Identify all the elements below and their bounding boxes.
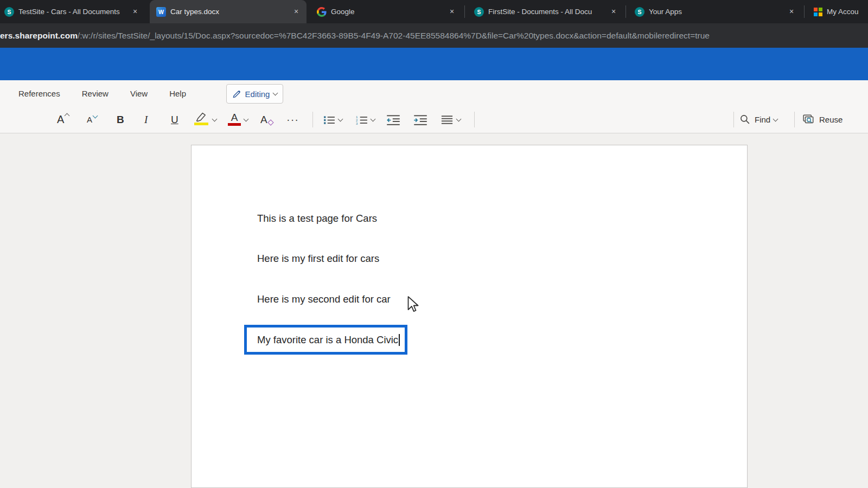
paragraph[interactable]: Here is my second edit for car xyxy=(257,293,391,305)
increase-indent-button[interactable] xyxy=(413,106,427,133)
chevron-down-icon xyxy=(273,91,278,96)
ribbon-menu-bar: References Review View Help xyxy=(0,80,868,106)
sharepoint-icon: S xyxy=(4,7,14,17)
editing-mode-button[interactable]: Editing xyxy=(226,84,283,104)
highlight-color-button[interactable] xyxy=(194,106,216,133)
search-icon xyxy=(740,114,750,125)
tab-car-types-docx[interactable]: W Car types.docx × xyxy=(150,0,307,23)
word-icon: W xyxy=(156,7,166,17)
office-header: Search (Alt + Q) xyxy=(0,48,868,80)
mouse-cursor xyxy=(406,296,420,314)
tab-google[interactable]: Google × xyxy=(310,0,462,23)
tab-title: Car types.docx xyxy=(170,8,287,16)
eraser-diamond-icon xyxy=(267,119,273,125)
coauthor-selection-box[interactable]: My favorite car is a Honda Civic xyxy=(244,325,407,355)
tab-title: FirstSite - Documents - All Docu xyxy=(488,8,604,16)
reuse-files-button[interactable]: Reuse xyxy=(803,106,843,133)
close-icon[interactable]: × xyxy=(787,7,796,17)
pencil-icon xyxy=(232,89,241,99)
tab-separator xyxy=(464,5,465,18)
tab-testsite[interactable]: S TestSite - Cars - All Documents × xyxy=(0,0,145,23)
alignment-button[interactable] xyxy=(441,106,461,133)
highlight-color-swatch xyxy=(194,123,208,125)
increase-indent-icon xyxy=(413,114,427,125)
highlighter-icon xyxy=(195,112,208,124)
toolbar-divider xyxy=(474,112,475,127)
bullet-list-icon xyxy=(323,115,335,125)
grow-font-button[interactable]: A xyxy=(57,106,69,133)
shrink-font-button[interactable]: A xyxy=(87,106,97,133)
url-domain: ers.sharepoint.com xyxy=(0,31,78,41)
bullet-list-button[interactable] xyxy=(323,106,342,133)
underline-button[interactable]: U xyxy=(171,106,178,133)
sharepoint-icon: S xyxy=(635,7,644,17)
clear-formatting-button[interactable]: A xyxy=(260,106,273,133)
microsoft-icon xyxy=(814,8,822,16)
text-caret xyxy=(399,334,400,346)
close-icon[interactable]: × xyxy=(609,7,618,17)
numbered-list-icon: 1 2 3 xyxy=(356,115,368,125)
document-canvas-area: This is a test page for Cars Here is my … xyxy=(0,134,868,488)
tab-title: Your Apps xyxy=(649,8,782,16)
bold-button[interactable]: B xyxy=(117,106,124,133)
more-options-button[interactable]: ··· xyxy=(286,106,299,133)
tab-separator xyxy=(626,5,626,18)
toolbar-divider xyxy=(733,112,734,127)
svg-text:3: 3 xyxy=(356,121,358,124)
close-icon[interactable]: × xyxy=(291,7,301,17)
paragraph[interactable]: This is a test page for Cars xyxy=(257,213,377,224)
url-path: /:w:/r/sites/TestSite/_layouts/15/Doc.as… xyxy=(78,31,710,41)
paragraph[interactable]: My favorite car is a Honda Civic xyxy=(257,334,398,346)
align-text-icon xyxy=(441,115,454,125)
google-icon xyxy=(317,7,327,17)
browser-window: S TestSite - Cars - All Documents × W Ca… xyxy=(0,0,868,488)
find-button[interactable]: Find xyxy=(740,106,777,133)
address-bar[interactable]: ers.sharepoint.com/:w:/r/sites/TestSite/… xyxy=(0,23,868,48)
tab-separator xyxy=(804,5,805,18)
tab-title: TestSite - Cars - All Documents xyxy=(18,8,126,16)
close-icon[interactable]: × xyxy=(447,7,457,17)
paragraph[interactable]: Here is my first edit for cars xyxy=(257,253,379,265)
toolbar-divider xyxy=(312,112,313,127)
tab-my-account[interactable]: My Accou xyxy=(807,0,868,23)
editing-label: Editing xyxy=(245,89,270,99)
tab-title: My Accou xyxy=(827,8,864,16)
sharepoint-icon: S xyxy=(474,7,484,17)
menu-view[interactable]: View xyxy=(130,89,148,98)
toolbar-divider xyxy=(794,112,795,127)
numbered-list-button[interactable]: 1 2 3 xyxy=(356,106,375,133)
browser-tab-bar: S TestSite - Cars - All Documents × W Ca… xyxy=(0,0,868,23)
tab-firstsite[interactable]: S FirstSite - Documents - All Docu × xyxy=(468,0,624,23)
document-page[interactable]: This is a test page for Cars Here is my … xyxy=(191,145,748,488)
font-color-swatch xyxy=(228,123,241,126)
font-color-button[interactable]: A xyxy=(228,106,248,133)
italic-button[interactable]: I xyxy=(144,106,148,133)
menu-help[interactable]: Help xyxy=(169,89,186,98)
decrease-indent-button[interactable] xyxy=(386,106,400,133)
menu-review[interactable]: Review xyxy=(82,89,108,98)
menu-references[interactable]: References xyxy=(18,89,60,98)
reuse-files-icon xyxy=(803,114,815,125)
tab-title: Google xyxy=(331,8,443,16)
decrease-indent-icon xyxy=(386,114,400,125)
formatting-toolbar: A A B I U A xyxy=(0,106,868,133)
tab-your-apps[interactable]: S Your Apps × xyxy=(628,0,802,23)
close-icon[interactable]: × xyxy=(130,7,140,17)
